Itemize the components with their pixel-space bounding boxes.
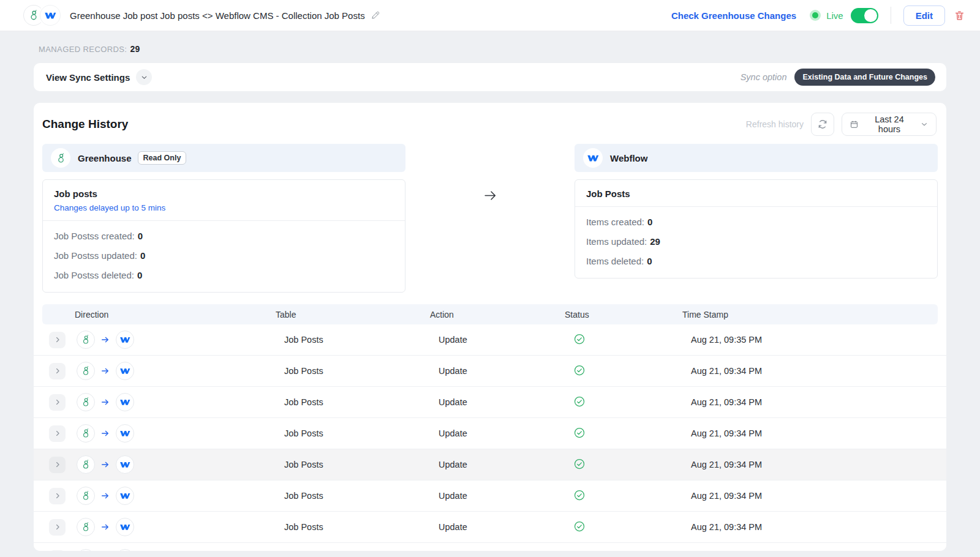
stat-value: 0: [138, 231, 143, 241]
stat-label: Items created:: [586, 217, 644, 227]
expand-row-button[interactable]: [49, 519, 66, 536]
row-action: Update: [439, 522, 573, 532]
row-timestamp: Aug 21, 09:34 PM: [691, 428, 938, 438]
row-action: Update: [439, 366, 573, 376]
delete-sync-trash-icon[interactable]: [954, 10, 965, 21]
table-row[interactable]: Job Posts Update Aug 21, 09:34 PM: [34, 449, 946, 480]
chevron-right-icon: [53, 429, 62, 438]
target-panel-webflow: Webflow Job Posts Items created:0 Items …: [575, 144, 938, 278]
row-timestamp: Aug 21, 09:34 PM: [691, 491, 938, 501]
table-body: Job Posts Update Aug 21, 09:35 PM Job Po…: [34, 324, 946, 551]
greenhouse-icon: [77, 424, 95, 443]
column-status: Status: [565, 310, 682, 320]
status-success-icon: [573, 520, 586, 533]
row-table-name: Job Posts: [284, 522, 439, 532]
refresh-history-label: Refresh history: [746, 119, 804, 129]
table-row[interactable]: Job Posts Update Aug 21, 09:34 PM: [34, 480, 946, 512]
expand-row-button[interactable]: [49, 488, 66, 504]
calendar-icon: [850, 119, 859, 129]
edit-button[interactable]: Edit: [903, 6, 945, 26]
stat-label: Job Postss created:: [54, 231, 135, 241]
row-table-name: Job Posts: [284, 335, 439, 345]
direction-cell: [77, 455, 134, 474]
expand-row-button[interactable]: [49, 394, 66, 411]
stat-value: 0: [137, 270, 142, 280]
expand-row-button[interactable]: [49, 332, 66, 348]
sync-title: Greenhouse Job post Job posts <> Webflow…: [70, 10, 365, 21]
direction-cell: [77, 549, 134, 551]
expand-row-button[interactable]: [49, 550, 66, 551]
stat-label: Job Postss updated:: [54, 250, 137, 261]
row-action: Update: [439, 428, 573, 438]
live-label: Live: [826, 10, 843, 21]
stat-value: 0: [647, 217, 652, 227]
expand-row-button[interactable]: [49, 425, 66, 442]
row-action: Update: [439, 397, 573, 407]
row-timestamp: Aug 21, 09:35 PM: [691, 335, 938, 345]
time-range-dropdown[interactable]: Last 24 hours: [842, 113, 937, 136]
read-only-badge: Read Only: [138, 151, 187, 165]
source-stats: Job Postss created:0 Job Postss updated:…: [43, 221, 405, 292]
table-row[interactable]: Job Posts Update Aug 21, 09:34 PM: [34, 387, 946, 418]
target-stats: Items created:0 Items updated:29 Items d…: [575, 207, 937, 278]
sync-option-label: Sync option: [741, 72, 787, 82]
direction-cell: [77, 362, 134, 380]
arrow-right-icon: [100, 460, 110, 469]
sync-direction-arrow-icon: [483, 188, 498, 203]
edit-title-pencil-icon[interactable]: [371, 10, 380, 20]
status-success-icon: [573, 364, 586, 376]
table-row[interactable]: Job Posts Update Aug 21, 09:35 PM: [34, 324, 946, 356]
row-table-name: Job Posts: [284, 491, 439, 501]
webflow-icon: [116, 549, 134, 551]
expand-row-button[interactable]: [49, 457, 66, 473]
direction-cell: [77, 487, 134, 505]
direction-cell: [77, 331, 134, 349]
row-timestamp: Aug 21, 09:34 PM: [691, 460, 938, 469]
source-panel-greenhouse: Greenhouse Read Only Job posts Changes d…: [42, 144, 405, 293]
sync-settings-bar: View Sync Settings Sync option Existing …: [34, 63, 946, 91]
stat-line: Items updated:29: [586, 236, 926, 247]
managed-records-label: MANAGED RECORDS:: [39, 45, 127, 54]
live-toggle[interactable]: [851, 8, 878, 23]
chevron-right-icon: [53, 335, 62, 344]
status-success-icon: [573, 489, 586, 501]
stat-line: Items deleted:0: [586, 256, 926, 266]
sync-option-badge: Existing Data and Future Changes: [794, 69, 935, 86]
table-row[interactable]: Job Posts Update Aug 21, 09:34 PM: [34, 356, 946, 387]
greenhouse-icon: [77, 518, 95, 536]
arrow-right-icon: [100, 491, 110, 501]
table-row[interactable]: Job Posts Update Aug 21, 09:34 PM: [34, 512, 946, 543]
webflow-icon: [116, 393, 134, 411]
chevron-right-icon: [53, 367, 62, 375]
status-success-icon: [573, 458, 586, 470]
arrow-right-icon: [100, 366, 110, 376]
row-table-name: Job Posts: [284, 460, 439, 469]
stat-line: Job Postss deleted:0: [54, 270, 394, 280]
stat-line: Items created:0: [586, 217, 926, 227]
direction-cell: [77, 518, 134, 536]
row-action: Update: [439, 491, 573, 501]
arrow-right-icon: [100, 522, 110, 532]
chevron-right-icon: [53, 398, 62, 406]
status-success-icon: [573, 333, 586, 345]
table-row[interactable]: Job Posts Update Aug 21, 09:34 PM: [34, 543, 946, 551]
row-timestamp: Aug 21, 09:34 PM: [691, 397, 938, 407]
target-name: Webflow: [610, 153, 647, 163]
row-table-name: Job Posts: [284, 366, 439, 376]
target-table-name: Job Posts: [586, 189, 926, 199]
webflow-logo-icon: [583, 148, 603, 168]
refresh-history-button[interactable]: [811, 113, 834, 136]
direction-cell: [77, 393, 134, 411]
row-timestamp: Aug 21, 09:34 PM: [691, 366, 938, 376]
chevron-right-icon: [53, 523, 62, 531]
greenhouse-logo-icon: [51, 148, 70, 168]
table-row[interactable]: Job Posts Update Aug 21, 09:34 PM: [34, 418, 946, 449]
check-greenhouse-changes-link[interactable]: Check Greenhouse Changes: [671, 10, 796, 21]
change-history-table: Direction Table Action Status Time Stamp: [34, 304, 946, 551]
column-table: Table: [276, 310, 430, 320]
expand-row-button[interactable]: [49, 363, 66, 379]
top-bar: Greenhouse Job post Job posts <> Webflow…: [0, 0, 980, 31]
webflow-icon: [116, 331, 134, 349]
view-sync-settings-button[interactable]: View Sync Settings: [46, 69, 152, 85]
changes-delayed-link[interactable]: Changes delayed up to 5 mins: [54, 203, 165, 212]
